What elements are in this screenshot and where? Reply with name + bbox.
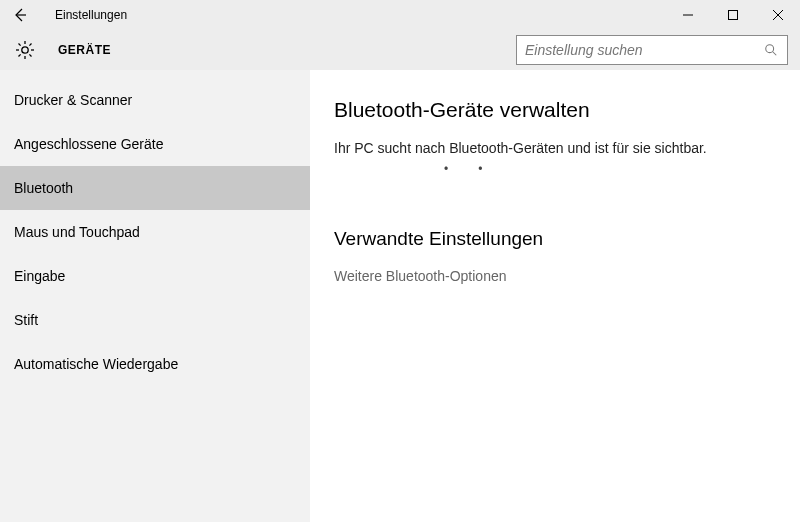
sidebar: Drucker & Scanner Angeschlossene Geräte … [0, 70, 310, 522]
sidebar-item-autoplay[interactable]: Automatische Wiedergabe [0, 342, 310, 386]
gear-icon [14, 39, 36, 61]
svg-line-12 [19, 54, 21, 56]
svg-point-14 [766, 44, 774, 52]
searching-spinner-icon: •• [334, 162, 776, 180]
back-button[interactable] [0, 0, 40, 30]
sidebar-item-label: Automatische Wiedergabe [14, 356, 178, 372]
close-button[interactable] [755, 0, 800, 30]
sidebar-item-label: Bluetooth [14, 180, 73, 196]
window-controls [665, 0, 800, 30]
header: GERÄTE [0, 30, 800, 70]
related-settings-heading: Verwandte Einstellungen [334, 228, 776, 250]
sidebar-item-mouse-touchpad[interactable]: Maus und Touchpad [0, 210, 310, 254]
search-box[interactable] [516, 35, 788, 65]
sidebar-item-label: Drucker & Scanner [14, 92, 132, 108]
sidebar-item-bluetooth[interactable]: Bluetooth [0, 166, 310, 210]
sidebar-item-typing[interactable]: Eingabe [0, 254, 310, 298]
header-label: GERÄTE [58, 43, 111, 57]
search-icon [763, 42, 779, 58]
svg-line-13 [29, 43, 31, 45]
more-bluetooth-options-link[interactable]: Weitere Bluetooth-Optionen [334, 268, 776, 284]
sidebar-item-printers[interactable]: Drucker & Scanner [0, 78, 310, 122]
svg-line-15 [773, 51, 777, 55]
minimize-button[interactable] [665, 0, 710, 30]
sidebar-item-label: Angeschlossene Geräte [14, 136, 163, 152]
svg-rect-2 [728, 11, 737, 20]
minimize-icon [683, 10, 693, 20]
back-arrow-icon [12, 7, 28, 23]
content-pane: Bluetooth-Geräte verwalten Ihr PC sucht … [310, 70, 800, 522]
svg-line-10 [19, 43, 21, 45]
sidebar-item-label: Maus und Touchpad [14, 224, 140, 240]
close-icon [773, 10, 783, 20]
maximize-button[interactable] [710, 0, 755, 30]
titlebar: Einstellungen [0, 0, 800, 30]
sidebar-item-connected-devices[interactable]: Angeschlossene Geräte [0, 122, 310, 166]
sidebar-item-label: Stift [14, 312, 38, 328]
svg-point-5 [22, 46, 28, 52]
search-input[interactable] [525, 42, 763, 58]
status-text: Ihr PC sucht nach Bluetooth-Geräten und … [334, 140, 776, 156]
sidebar-item-label: Eingabe [14, 268, 65, 284]
page-title: Bluetooth-Geräte verwalten [334, 98, 776, 122]
window-title: Einstellungen [55, 8, 127, 22]
svg-line-11 [29, 54, 31, 56]
maximize-icon [728, 10, 738, 20]
sidebar-item-pen[interactable]: Stift [0, 298, 310, 342]
